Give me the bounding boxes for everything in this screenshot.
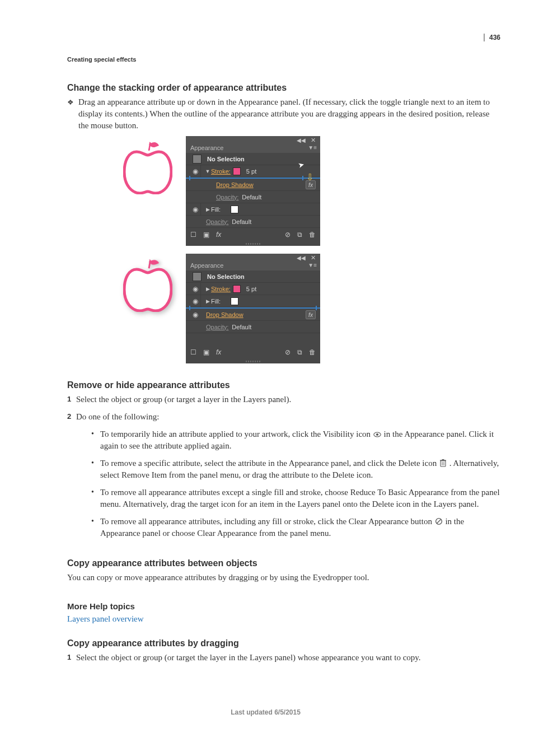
clear-appearance-icon[interactable]: ⊘ [285, 348, 291, 356]
panel-resize-grip[interactable] [186, 241, 320, 246]
clear-appearance-icon[interactable]: ⊘ [285, 231, 291, 239]
appearance-tab[interactable]: Appearance [186, 143, 228, 153]
svg-rect-3 [440, 460, 446, 461]
section-title-copy-drag: Copy appearance attributes by dragging [67, 638, 500, 648]
panel-menu-icon[interactable]: ▼≡ [308, 144, 317, 151]
fill-label: Fill: [211, 298, 221, 305]
new-art-maintain-icon[interactable]: ▣ [203, 231, 209, 239]
running-header: Creating special effects [67, 56, 500, 63]
step-2-text: Do one of the following: [76, 411, 500, 423]
no-selection-label: No Selection [207, 156, 245, 162]
opacity-label[interactable]: Opacity: [216, 194, 238, 200]
duplicate-item-icon[interactable]: ⧉ [297, 348, 302, 356]
target-thumbnail-icon [193, 272, 202, 281]
new-art-basic-icon[interactable]: ☐ [190, 231, 196, 239]
stroke-value: 5 pt [246, 286, 256, 292]
visibility-icon[interactable]: ◉ [190, 285, 200, 293]
stroke-row[interactable]: ◉ ▶ Stroke: 5 pt [186, 283, 320, 295]
section-3-body: You can copy or move appearance attribut… [67, 572, 500, 584]
bullet-icon: • [91, 517, 100, 526]
svg-rect-2 [441, 461, 446, 466]
step-1-text: Select the object or group (or target th… [76, 652, 500, 664]
fill-swatch[interactable] [231, 206, 238, 213]
appearance-tab[interactable]: Appearance [186, 260, 228, 270]
layers-panel-overview-link[interactable]: Layers panel overview [67, 614, 144, 623]
fx-badge-icon[interactable]: fx [306, 310, 316, 319]
stroke-swatch[interactable] [233, 167, 241, 175]
apple-shape-icon [123, 266, 172, 312]
figure-appearance-reorder: ◀◀ ✕ Appearance ▼≡ No Selection ◉ ▼ [123, 136, 500, 363]
svg-point-1 [376, 433, 378, 436]
step-number-2: 2 [67, 412, 76, 421]
drop-shadow-label[interactable]: Drop Shadow [216, 181, 254, 188]
opacity-label[interactable]: Opacity: [206, 324, 228, 330]
add-effect-icon[interactable]: fx [216, 348, 221, 356]
bullet-1-text: To temporarily hide an attribute applied… [100, 428, 500, 452]
drop-shadow-row[interactable]: ◉ Drop Shadow fx [186, 309, 320, 321]
bullet-4-text: To remove all appearance attributes, inc… [100, 516, 500, 539]
trash-icon [439, 459, 447, 467]
fx-badge-icon[interactable]: fx [306, 180, 316, 189]
opacity-value: Default [232, 324, 251, 330]
section-title-copy: Copy appearance attributes between objec… [67, 558, 500, 568]
bullet-3-text: To remove all appearance attributes exce… [100, 487, 500, 510]
duplicate-item-icon[interactable]: ⧉ [297, 231, 302, 239]
apple-shape-icon [123, 148, 172, 194]
step-number-1: 1 [67, 395, 76, 403]
panel-menu-icon[interactable]: ▼≡ [308, 262, 317, 268]
apple-illustration-after [123, 258, 172, 312]
panel-target-header: No Selection [186, 270, 320, 283]
drop-shadow-row[interactable]: Drop Shadow fx [186, 179, 320, 191]
new-art-maintain-icon[interactable]: ▣ [203, 348, 209, 356]
fill-swatch[interactable] [231, 297, 238, 305]
section-title-stacking: Change the stacking order of appearance … [67, 83, 500, 93]
clear-appearance-icon [435, 517, 443, 525]
stroke-row[interactable]: ◉ ▼ Stroke: 5 pt [186, 165, 320, 178]
visibility-icon[interactable]: ◉ [190, 311, 200, 319]
opacity-value: Default [242, 194, 261, 200]
panel-resize-grip[interactable] [186, 359, 320, 363]
svg-line-8 [437, 519, 441, 524]
fill-row[interactable]: ◉ ▶ Fill: [186, 295, 320, 307]
no-selection-label: No Selection [207, 273, 245, 280]
disclosure-triangle-icon[interactable]: ▶ [204, 207, 211, 212]
appearance-panel-before: ◀◀ ✕ Appearance ▼≡ No Selection ◉ ▼ [186, 136, 320, 246]
section-title-remove: Remove or hide appearance attributes [67, 380, 500, 390]
opacity-row[interactable]: Opacity: Default [186, 321, 320, 333]
bullet-icon: • [91, 430, 100, 438]
disclosure-triangle-icon[interactable]: ▶ [204, 298, 211, 304]
stroke-label[interactable]: Stroke: [211, 286, 231, 292]
apple-illustration-before [123, 141, 172, 194]
stroke-value: 5 pt [246, 168, 256, 175]
visibility-icon[interactable]: ◉ [190, 206, 200, 213]
last-updated: Last updated 6/5/2015 [31, 708, 500, 716]
disclosure-triangle-icon[interactable]: ▶ [204, 286, 211, 292]
appearance-panel-after: ◀◀ ✕ Appearance ▼≡ No Selection ◉ ▶ [186, 254, 320, 363]
visibility-icon[interactable]: ◉ [190, 167, 200, 175]
empty-row [186, 333, 320, 346]
step-number-1: 1 [67, 653, 76, 661]
opacity-value: Default [232, 218, 251, 225]
bullet-icon: • [91, 488, 100, 497]
delete-item-icon[interactable]: 🗑 [309, 231, 316, 239]
step-1-text: Select the object or group (or target a … [76, 394, 500, 405]
stroke-swatch[interactable] [233, 285, 241, 293]
fill-label: Fill: [211, 206, 221, 213]
stroke-label[interactable]: Stroke: [211, 168, 231, 175]
delete-item-icon[interactable]: 🗑 [309, 348, 316, 356]
add-effect-icon[interactable]: fx [216, 231, 221, 239]
more-help-heading: More Help topics [67, 601, 500, 611]
opacity-row[interactable]: Opacity: Default [186, 191, 320, 203]
bullet-2-text: To remove a specific attribute, select t… [100, 458, 500, 481]
fill-row[interactable]: ◉ ▶ Fill: [186, 203, 320, 216]
disclosure-triangle-icon[interactable]: ▼ [204, 169, 211, 174]
bullet-icon: • [91, 459, 100, 468]
new-art-basic-icon[interactable]: ☐ [190, 348, 196, 356]
opacity-row[interactable]: Opacity: Default [186, 216, 320, 228]
opacity-label[interactable]: Opacity: [206, 218, 228, 225]
visibility-icon[interactable]: ◉ [190, 297, 200, 305]
drop-shadow-label[interactable]: Drop Shadow [206, 311, 243, 318]
target-thumbnail-icon [193, 155, 202, 164]
section-1-body: Drag an appearance attribute up or down … [78, 96, 500, 132]
panel-target-header: No Selection [186, 153, 320, 165]
